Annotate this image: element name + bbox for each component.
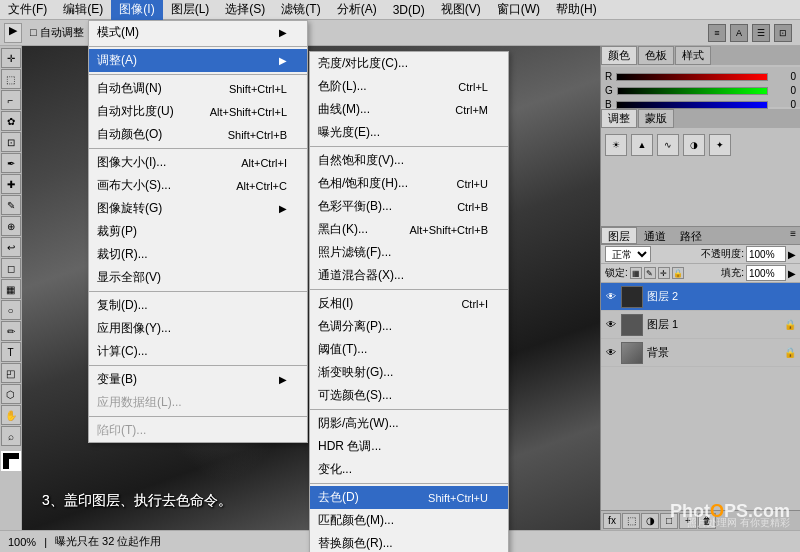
adj-shadows-highlights[interactable]: 阴影/高光(W)... bbox=[310, 412, 508, 435]
sep4 bbox=[89, 291, 307, 292]
menu-auto-tone[interactable]: 自动色调(N) Shift+Ctrl+L bbox=[89, 77, 307, 100]
adj-sep3 bbox=[310, 409, 508, 410]
adj-replace-color[interactable]: 替换颜色(R)... bbox=[310, 532, 508, 552]
adj-sep1 bbox=[310, 146, 508, 147]
adj-bw[interactable]: 黑白(K)... Alt+Shift+Ctrl+B bbox=[310, 218, 508, 241]
menu-mode[interactable]: 模式(M) ▶ bbox=[89, 21, 307, 44]
adj-sep4 bbox=[310, 483, 508, 484]
adj-selective-color[interactable]: 可选颜色(S)... bbox=[310, 384, 508, 407]
adj-desaturate[interactable]: 去色(D) Shift+Ctrl+U bbox=[310, 486, 508, 509]
adj-threshold[interactable]: 阈值(T)... bbox=[310, 338, 508, 361]
adj-posterize[interactable]: 色调分离(P)... bbox=[310, 315, 508, 338]
menu-image-size[interactable]: 图像大小(I)... Alt+Ctrl+I bbox=[89, 151, 307, 174]
menu-calculations[interactable]: 计算(C)... bbox=[89, 340, 307, 363]
sep5 bbox=[89, 365, 307, 366]
menu-trim[interactable]: 裁切(R)... bbox=[89, 243, 307, 266]
adj-variations[interactable]: 变化... bbox=[310, 458, 508, 481]
menu-adjust[interactable]: 调整(A) ▶ bbox=[89, 49, 307, 72]
menu-duplicate[interactable]: 复制(D)... bbox=[89, 294, 307, 317]
menu-image-rotate[interactable]: 图像旋转(G) ▶ bbox=[89, 197, 307, 220]
image-dropdown: 模式(M) ▶ 调整(A) ▶ 自动色调(N) Shift+Ctrl+L 自动对… bbox=[88, 20, 308, 443]
sep2 bbox=[89, 74, 307, 75]
app-window: 文件(F) 编辑(E) 图像(I) 图层(L) 选择(S) 滤镜(T) 分析(A… bbox=[0, 0, 800, 552]
menu-auto-color[interactable]: 自动颜色(O) Shift+Ctrl+B bbox=[89, 123, 307, 146]
sep1 bbox=[89, 46, 307, 47]
menu-crop[interactable]: 裁剪(P) bbox=[89, 220, 307, 243]
adj-levels[interactable]: 色阶(L)... Ctrl+L bbox=[310, 75, 508, 98]
adj-hue-sat[interactable]: 色相/饱和度(H)... Ctrl+U bbox=[310, 172, 508, 195]
sep3 bbox=[89, 148, 307, 149]
dropdown-overlay: 模式(M) ▶ 调整(A) ▶ 自动色调(N) Shift+Ctrl+L 自动对… bbox=[0, 0, 800, 552]
adj-invert[interactable]: 反相(I) Ctrl+I bbox=[310, 292, 508, 315]
menu-trap[interactable]: 陷印(T)... bbox=[89, 419, 307, 442]
adj-match-color[interactable]: 匹配颜色(M)... bbox=[310, 509, 508, 532]
menu-reveal-all[interactable]: 显示全部(V) bbox=[89, 266, 307, 289]
menu-apply-data[interactable]: 应用数据组(L)... bbox=[89, 391, 307, 414]
menu-auto-contrast[interactable]: 自动对比度(U) Alt+Shift+Ctrl+L bbox=[89, 100, 307, 123]
adj-gradient-map[interactable]: 渐变映射(G)... bbox=[310, 361, 508, 384]
adj-sep2 bbox=[310, 289, 508, 290]
adj-channel-mix[interactable]: 通道混合器(X)... bbox=[310, 264, 508, 287]
adjust-submenu: 亮度/对比度(C)... 色阶(L)... Ctrl+L 曲线(M)... Ct… bbox=[309, 51, 509, 552]
adj-photo-filter[interactable]: 照片滤镜(F)... bbox=[310, 241, 508, 264]
adj-exposure[interactable]: 曝光度(E)... bbox=[310, 121, 508, 144]
adj-curves[interactable]: 曲线(M)... Ctrl+M bbox=[310, 98, 508, 121]
adj-vibrance[interactable]: 自然饱和度(V)... bbox=[310, 149, 508, 172]
menu-canvas-size[interactable]: 画布大小(S)... Alt+Ctrl+C bbox=[89, 174, 307, 197]
adj-hdr[interactable]: HDR 色调... bbox=[310, 435, 508, 458]
menu-apply-image[interactable]: 应用图像(Y)... bbox=[89, 317, 307, 340]
menu-variables[interactable]: 变量(B) ▶ bbox=[89, 368, 307, 391]
adj-brightness[interactable]: 亮度/对比度(C)... bbox=[310, 52, 508, 75]
adj-color-balance[interactable]: 色彩平衡(B)... Ctrl+B bbox=[310, 195, 508, 218]
sep6 bbox=[89, 416, 307, 417]
